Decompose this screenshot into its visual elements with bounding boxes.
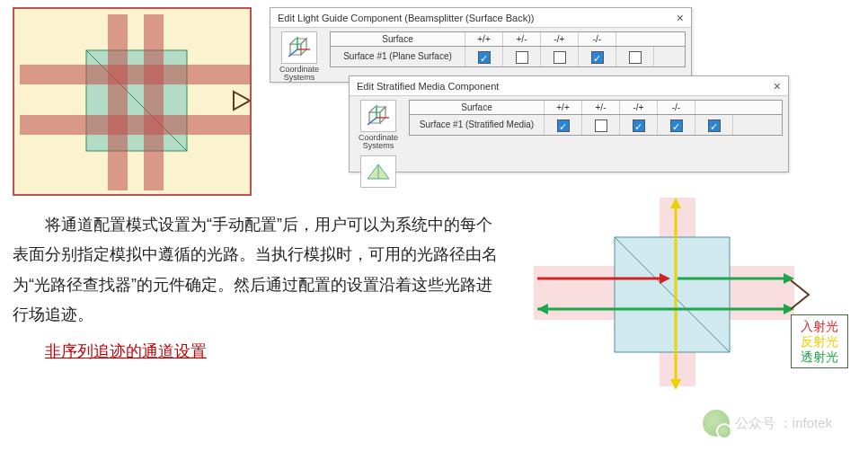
row-surface-name: Surface #1 (Plane Surface)	[331, 47, 465, 66]
legend-box: 入射光 反射光 透射光	[791, 314, 848, 368]
extra-icon[interactable]	[360, 155, 396, 188]
dialog2-title: Edit Stratified Media Component	[357, 76, 499, 96]
close-icon[interactable]: ×	[774, 76, 781, 96]
wechat-icon	[703, 410, 730, 437]
coord-sys-icon[interactable]	[281, 31, 317, 64]
close-icon[interactable]: ×	[677, 8, 684, 28]
svg-rect-5	[144, 14, 164, 190]
checkbox[interactable]	[478, 51, 491, 64]
dialog2-table: Surface+/++/--/+-/- Surface #1 (Stratifi…	[409, 100, 783, 136]
legend-transmitted: 透射光	[801, 349, 838, 365]
figure-left	[13, 7, 252, 196]
dialog-beamsplitter: Edit Light Guide Component (Beamsplitter…	[270, 7, 692, 83]
channel-settings-link[interactable]: 非序列追迹的通道设置	[13, 337, 507, 367]
checkbox[interactable]	[708, 119, 721, 132]
body-paragraph: 将通道配置模式设置为“手动配置”后，用户可以为系统中的每个表面分别指定模拟中遵循…	[13, 210, 507, 330]
checkbox[interactable]	[595, 119, 607, 132]
watermark-text: 公众号 ：infotek	[735, 415, 832, 432]
coord-sys-label: CoordinateSystems	[279, 66, 319, 82]
dialog1-table: Surface+/++/--/+-/- Surface #1 (Plane Su…	[330, 31, 686, 67]
legend-incident: 入射光	[801, 319, 838, 334]
figure-right: 入射光 反射光 透射光	[525, 210, 855, 367]
coord-sys-label: CoordinateSystems	[359, 134, 398, 150]
svg-rect-2	[20, 65, 250, 84]
dialog1-title: Edit Light Guide Component (Beamsplitter…	[278, 8, 535, 28]
watermark: 公众号 ：infotek	[703, 410, 832, 437]
svg-rect-3	[20, 115, 250, 135]
checkbox[interactable]	[557, 119, 570, 132]
checkbox[interactable]	[670, 119, 683, 132]
checkbox[interactable]	[633, 119, 645, 132]
dialog-stratified: Edit Stratified Media Component × Coordi…	[349, 75, 789, 172]
dialogs-area: Edit Light Guide Component (Beamsplitter…	[270, 7, 855, 196]
checkbox[interactable]	[516, 51, 528, 64]
legend-reflected: 反射光	[801, 334, 838, 349]
coord-sys-icon[interactable]	[360, 100, 396, 132]
checkbox[interactable]	[629, 51, 642, 64]
checkbox[interactable]	[591, 51, 604, 64]
row-surface-name: Surface #1 (Stratified Media)	[410, 115, 545, 135]
svg-rect-4	[108, 14, 128, 190]
checkbox[interactable]	[554, 51, 566, 64]
